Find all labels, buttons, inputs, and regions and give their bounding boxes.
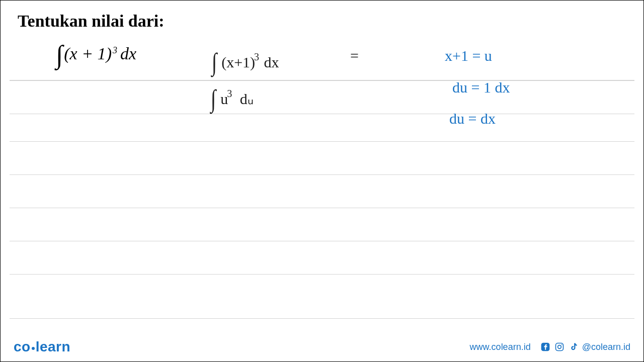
handwritten-step-2: ∫ u3 dᵤ [210, 81, 254, 110]
whiteboard-page: Tentukan nilai dari: ∫ ( x + 1 ) 3 dx ∫ … [0, 0, 644, 362]
integrand-base: x + 1 [70, 44, 106, 63]
svg-point-3 [561, 344, 562, 345]
brand-logo: colearn [14, 339, 70, 355]
brand-dot-icon [32, 347, 35, 350]
hw-exp-2: 3 [227, 88, 232, 99]
ruled-line [10, 241, 634, 275]
substitution-2: du = 1 dx [452, 79, 510, 96]
exponent-3: 3 [113, 45, 117, 56]
social-handle: @colearn.id [582, 342, 630, 352]
prompt-title: Tentukan nilai dari: [18, 12, 634, 31]
brand-part-2: learn [36, 339, 70, 354]
hw-expr: (x+1) [221, 54, 255, 70]
tiktok-icon [568, 341, 579, 352]
footer-right: www.colearn.id @colearn.id [470, 341, 630, 352]
instagram-icon [554, 341, 565, 352]
ruled-line: du = dx [10, 114, 634, 142]
brand-part-1: co [14, 339, 31, 354]
hw-du: dᵤ [240, 90, 254, 107]
website-url: www.colearn.id [470, 342, 531, 352]
rparen: ) [106, 44, 112, 63]
ruled-line [10, 142, 634, 175]
equals-sign: = [350, 47, 359, 64]
facebook-icon [540, 341, 551, 352]
handwritten-step-1: ∫ (x+1)3 dx [211, 44, 279, 73]
social-icons: @colearn.id [540, 341, 630, 352]
dx: dx [120, 44, 136, 63]
substitution-1: x+1 = u [445, 47, 492, 64]
printed-integral: ∫ ( x + 1 ) 3 dx [56, 36, 136, 65]
ruled-line [10, 275, 634, 319]
hw-exp: 3 [254, 51, 259, 62]
substitution-3: du = dx [449, 110, 496, 127]
ruled-line: ∫ u3 dᵤ du = 1 dx [10, 81, 634, 114]
ruled-area: ∫ (x+1)3 dx = x+1 = u ∫ u3 dᵤ du = 1 dx … [10, 80, 634, 319]
hw-dx: dx [264, 54, 279, 70]
ruled-line [10, 175, 634, 208]
ruled-line [10, 208, 634, 241]
lparen: ( [64, 44, 69, 63]
problem-row: ∫ ( x + 1 ) 3 dx [10, 40, 634, 79]
svg-rect-1 [555, 343, 563, 351]
integral-symbol: ∫ [56, 40, 63, 69]
footer-bar: colearn www.colearn.id @colearn.id [1, 332, 643, 361]
svg-point-2 [557, 345, 561, 349]
integral-symbol-hand: ∫ [211, 84, 216, 113]
integral-symbol-hand: ∫ [212, 47, 217, 76]
